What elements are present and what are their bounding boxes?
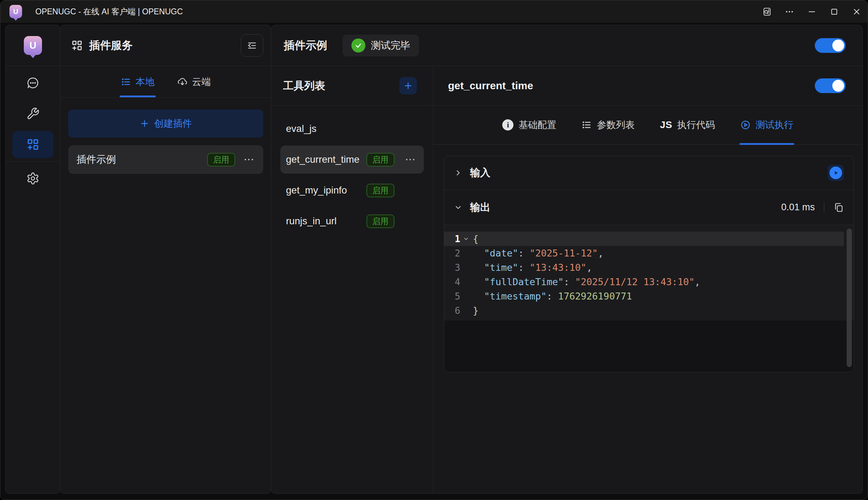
status-badge: 测试完毕 — [343, 35, 419, 56]
output-section-header[interactable]: 输出 0.01 ms — [444, 190, 854, 225]
plugin-detail-header: 插件示例 测试完毕 — [271, 25, 862, 66]
status-text: 测试完毕 — [371, 39, 410, 52]
enabled-badge: 启用 — [207, 153, 235, 167]
tool-list-item[interactable]: eval_js — [280, 115, 424, 143]
tool-detail-tabs: i 基础配置 参数列表 JS 执行代码 测试 — [433, 106, 862, 145]
tab-label: 执行代码 — [677, 119, 715, 131]
js-icon: JS — [660, 119, 672, 131]
plugin-name: 插件示例 — [77, 153, 207, 166]
sidebar-item-settings[interactable] — [12, 165, 54, 192]
code-line: 4 "fullDateTime": "2025/11/12 13:43:10", — [444, 275, 844, 289]
plugin-detail-title: 插件示例 — [284, 38, 327, 53]
plugin-more-button[interactable] — [243, 154, 255, 166]
scrollbar-thumb[interactable] — [847, 228, 852, 367]
plus-icon — [403, 81, 413, 91]
toggle-knob — [832, 40, 844, 51]
maximize-button[interactable] — [823, 0, 845, 23]
input-section-label: 输入 — [470, 166, 490, 180]
line-number: 4 — [444, 277, 460, 287]
plugin-services-panel: 插件服务 本地 云端 创建插件 — [60, 25, 271, 494]
tab-execute-code[interactable]: JS 执行代码 — [660, 106, 715, 144]
fold-toggle-icon[interactable] — [460, 236, 471, 241]
tool-list: eval_js get_current_time 启用 get_my_ipinf… — [271, 106, 433, 244]
plugin-enabled-toggle[interactable] — [815, 38, 846, 53]
window-title: OPENUGC - 在线 AI 客户端 | OPENUGC — [35, 6, 183, 17]
tab-cloud[interactable]: 云端 — [177, 66, 211, 97]
code-line: 3 "time": "13:43:10", — [444, 260, 844, 275]
tab-label: 基础配置 — [518, 119, 556, 131]
app-logo-letter: U — [29, 40, 36, 51]
ellipsis-icon — [785, 7, 794, 16]
minimize-button[interactable] — [800, 0, 823, 23]
close-icon — [852, 7, 861, 16]
chevron-right-icon — [454, 169, 462, 177]
sidebar: U — [5, 25, 61, 494]
tool-list-item[interactable]: get_my_ipinfo 启用 — [280, 176, 424, 204]
code-text: } — [471, 305, 478, 316]
output-section-label: 输出 — [470, 200, 490, 214]
enabled-badge: 启用 — [366, 184, 394, 197]
tab-local[interactable]: 本地 — [121, 66, 155, 97]
tool-detail-header: get_current_time — [433, 66, 862, 106]
check-circle-icon — [351, 38, 365, 52]
plugin-detail-body: 工具列表 eval_js get_current_time 启用 — [271, 66, 862, 493]
create-plugin-button[interactable]: 创建插件 — [68, 110, 263, 138]
code-line: 1 { — [444, 232, 844, 246]
collapse-panel-button[interactable] — [241, 34, 263, 57]
tool-enabled-toggle[interactable] — [815, 78, 846, 93]
tool-list-item-selected[interactable]: get_current_time 启用 — [280, 146, 424, 174]
copy-icon — [833, 202, 844, 213]
plugin-list: 创建插件 插件示例 启用 — [61, 98, 271, 186]
plugin-list-item[interactable]: 插件示例 启用 — [68, 145, 263, 174]
tool-more-button[interactable] — [404, 154, 416, 166]
sidebar-item-tools[interactable] — [12, 100, 54, 127]
find-in-page-button[interactable] — [756, 0, 778, 23]
tool-list-item[interactable]: runjs_in_url 启用 — [280, 207, 424, 235]
code-text: "date": "2025-11-12", — [471, 248, 603, 259]
tool-list-title: 工具列表 — [283, 79, 325, 93]
list-icon — [581, 120, 592, 130]
sidebar-item-plugins[interactable] — [12, 131, 54, 158]
more-dots-icon — [404, 154, 416, 166]
line-number: 6 — [444, 305, 460, 316]
line-number: 2 — [444, 248, 460, 259]
plugin-grid-icon — [71, 40, 83, 51]
run-test-button[interactable] — [828, 165, 844, 181]
code-line: 5 "timestamp": 1762926190771 — [444, 289, 844, 303]
code-line: 2 "date": "2025-11-12", — [444, 246, 844, 260]
play-circle-icon — [740, 120, 751, 130]
copy-output-button[interactable] — [833, 202, 844, 213]
tab-test-run[interactable]: 测试执行 — [740, 106, 793, 144]
tab-local-label: 本地 — [136, 76, 155, 88]
tab-parameter-list[interactable]: 参数列表 — [581, 106, 635, 144]
code-text: "time": "13:43:10", — [471, 262, 592, 273]
tab-cloud-label: 云端 — [192, 76, 211, 88]
tool-name: get_current_time — [286, 154, 366, 165]
input-section-header[interactable]: 输入 — [444, 156, 854, 190]
plugin-source-tabs: 本地 云端 — [61, 66, 271, 98]
line-number: 3 — [444, 262, 460, 273]
execution-duration: 0.01 ms — [781, 202, 815, 213]
json-output: 1 { 2 "date": "2025-11-12", — [444, 225, 854, 321]
tab-basic-config[interactable]: i 基础配置 — [502, 106, 556, 144]
window-controls — [756, 0, 868, 23]
tool-detail-panel: get_current_time i 基础配置 参数列表 — [433, 66, 862, 493]
main-area: U — [0, 23, 868, 500]
app-logo-large[interactable]: U — [24, 36, 42, 55]
line-number: 1 — [444, 234, 460, 244]
sidebar-item-chat[interactable] — [12, 69, 54, 97]
add-tool-button[interactable] — [399, 77, 417, 94]
plugin-grid-icon — [26, 138, 40, 151]
app-logo: U — [9, 5, 22, 18]
plugin-panel-title: 插件服务 — [89, 38, 133, 53]
app-window: U OPENUGC - 在线 AI 客户端 | OPENUGC U — [0, 0, 868, 500]
tool-list-panel: 工具列表 eval_js get_current_time 启用 — [271, 66, 433, 493]
more-menu-button[interactable] — [778, 0, 800, 23]
collapse-panel-icon — [247, 40, 257, 51]
close-button[interactable] — [845, 0, 868, 23]
tab-label: 测试执行 — [756, 119, 793, 131]
enabled-badge: 启用 — [366, 214, 394, 228]
code-text: "timestamp": 1762926190771 — [471, 291, 632, 302]
test-run-card: 输入 输出 0.01 ms — [444, 156, 854, 372]
enabled-badge: 启用 — [366, 153, 394, 167]
